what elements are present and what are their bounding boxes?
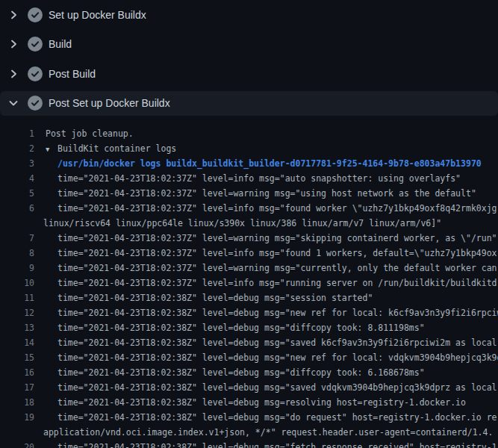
log-line-number[interactable]: 6 (0, 201, 34, 216)
log-line-text: ▼BuildKit container logs (46, 141, 498, 156)
log-line-number[interactable]: 10 (0, 276, 34, 290)
log-line-text: time="2021-04-23T18:02:38Z" level=debug … (57, 380, 498, 395)
log-row: 6 time="2021-04-23T18:02:37Z" level=info… (0, 201, 498, 216)
log-row: 8 time="2021-04-23T18:02:37Z" level=info… (0, 246, 498, 261)
log-line-text: time="2021-04-23T18:02:38Z" level=debug … (57, 440, 498, 448)
log-line-text: time="2021-04-23T18:02:38Z" level=debug … (57, 410, 498, 425)
log-line-number[interactable]: 13 (0, 320, 34, 335)
log-row: 17 time="2021-04-23T18:02:38Z" level=deb… (0, 380, 498, 395)
log-line-text: time="2021-04-23T18:02:38Z" level=debug … (57, 365, 498, 380)
check-circle-icon (28, 37, 43, 52)
log-line-text: time="2021-04-23T18:02:37Z" level=warnin… (57, 231, 498, 246)
log-line-text: time="2021-04-23T18:02:37Z" level=warnin… (57, 186, 498, 201)
log-viewer[interactable]: 1 Post job cleanup. 2 ▼BuildKit containe… (0, 118, 498, 448)
log-row: 2 ▼BuildKit container logs (0, 141, 498, 156)
log-row: 5 time="2021-04-23T18:02:37Z" level=warn… (0, 186, 498, 201)
log-line-text: time="2021-04-23T18:02:38Z" level=debug … (57, 290, 498, 305)
log-line-number[interactable]: 20 (0, 440, 34, 448)
log-line-text: linux/riscv64 linux/ppc64le linux/s390x … (43, 216, 498, 231)
log-line-number[interactable]: 16 (0, 365, 34, 380)
log-row: 7 time="2021-04-23T18:02:37Z" level=warn… (0, 231, 498, 246)
step-label: Set up Docker Buildx (49, 9, 146, 21)
log-line-number[interactable]: 18 (0, 395, 34, 410)
step-label: Post Set up Docker Buildx (49, 97, 170, 109)
log-line-number[interactable]: 17 (0, 380, 34, 395)
log-row: 13 time="2021-04-23T18:02:38Z" level=deb… (0, 320, 498, 335)
log-line-number[interactable]: 19 (0, 410, 34, 425)
log-line-number[interactable]: 5 (0, 186, 34, 201)
check-circle-icon (28, 66, 43, 81)
step-label: Post Build (49, 68, 96, 80)
log-line-number (0, 216, 34, 231)
log-line-text: time="2021-04-23T18:02:37Z" level=info m… (57, 246, 498, 261)
step-row-build[interactable]: Build (0, 30, 498, 60)
triangle-down-icon[interactable]: ▼ (46, 142, 57, 157)
step-row-post-build[interactable]: Post Build (0, 59, 498, 89)
log-line-number[interactable]: 8 (0, 246, 34, 261)
chevron-down-icon (7, 97, 19, 109)
log-line-text: time="2021-04-23T18:02:38Z" level=debug … (57, 350, 498, 365)
log-line-number[interactable]: 15 (0, 350, 34, 365)
log-line-number[interactable]: 1 (0, 126, 34, 141)
log-line-text: time="2021-04-23T18:02:37Z" level=warnin… (57, 261, 498, 276)
check-circle-icon (28, 7, 43, 22)
log-line-text: time="2021-04-23T18:02:38Z" level=debug … (57, 320, 498, 335)
log-group-label[interactable]: BuildKit container logs (57, 143, 176, 154)
log-row: linux/riscv64 linux/ppc64le linux/s390x … (0, 216, 498, 231)
log-row: 18 time="2021-04-23T18:02:38Z" level=deb… (0, 395, 498, 410)
log-row: 19 time="2021-04-23T18:02:38Z" level=deb… (0, 410, 498, 425)
log-row: 16 time="2021-04-23T18:02:38Z" level=deb… (0, 365, 498, 380)
log-line-number[interactable]: 3 (0, 156, 34, 171)
log-line-text: time="2021-04-23T18:02:38Z" level=debug … (57, 395, 498, 410)
step-label: Build (49, 38, 72, 50)
log-row: 11 time="2021-04-23T18:02:38Z" level=deb… (0, 290, 498, 305)
log-line-number[interactable]: 12 (0, 305, 34, 320)
log-line-number[interactable]: 7 (0, 231, 34, 246)
log-line-text: time="2021-04-23T18:02:37Z" level=info m… (57, 201, 498, 216)
step-row-set-up-docker-buildx[interactable]: Set up Docker Buildx (0, 0, 498, 30)
log-line-text: time="2021-04-23T18:02:38Z" level=debug … (57, 305, 498, 320)
log-row: 10 time="2021-04-23T18:02:37Z" level=inf… (0, 276, 498, 290)
log-row: 20 time="2021-04-23T18:02:38Z" level=deb… (0, 440, 498, 448)
log-line-number[interactable]: 9 (0, 261, 34, 276)
log-line-number[interactable]: 2 (0, 141, 34, 156)
log-line-text: application/vnd.oci.image.index.v1+json,… (43, 425, 498, 440)
log-line-number[interactable]: 14 (0, 335, 34, 350)
log-row: 12 time="2021-04-23T18:02:38Z" level=deb… (0, 305, 498, 320)
log-row: 3 /usr/bin/docker logs buildx_buildkit_b… (0, 156, 498, 171)
chevron-right-icon (7, 68, 19, 80)
log-line-text: time="2021-04-23T18:02:37Z" level=info m… (57, 171, 498, 186)
log-line-text: /usr/bin/docker logs buildx_buildkit_bui… (57, 156, 498, 171)
step-row-post-set-up-docker-buildx[interactable]: Post Set up Docker Buildx (0, 91, 498, 116)
log-line-number (0, 425, 34, 440)
log-line-text: time="2021-04-23T18:02:37Z" level=info m… (57, 276, 498, 290)
chevron-right-icon (7, 9, 19, 21)
log-row: application/vnd.oci.image.index.v1+json,… (0, 425, 498, 440)
log-row: 4 time="2021-04-23T18:02:37Z" level=info… (0, 171, 498, 186)
log-row: 15 time="2021-04-23T18:02:38Z" level=deb… (0, 350, 498, 365)
chevron-right-icon (7, 38, 19, 50)
log-line-text: Post job cleanup. (46, 126, 498, 141)
log-line-text: time="2021-04-23T18:02:38Z" level=debug … (57, 335, 498, 350)
log-row: 9 time="2021-04-23T18:02:37Z" level=warn… (0, 261, 498, 276)
log-line-number[interactable]: 4 (0, 171, 34, 186)
log-row: 1 Post job cleanup. (0, 126, 498, 141)
check-circle-icon (28, 96, 43, 111)
job-steps-list: Set up Docker Buildx Build Post Build Po… (0, 0, 498, 116)
log-line-number[interactable]: 11 (0, 290, 34, 305)
log-row: 14 time="2021-04-23T18:02:38Z" level=deb… (0, 335, 498, 350)
